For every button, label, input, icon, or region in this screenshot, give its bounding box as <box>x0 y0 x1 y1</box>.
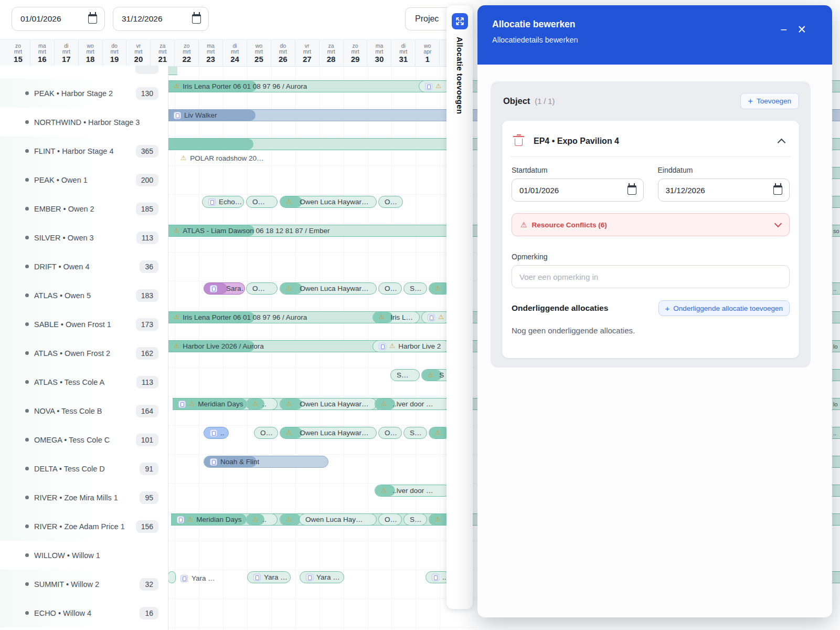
right-edge-sliver: so <box>832 225 840 237</box>
gantt-pill[interactable]: ⚠Owen Luca Haywar… <box>280 427 377 439</box>
resource-row[interactable]: ATLAS • Tess Cole A113 <box>0 368 168 396</box>
gantt-bar-label: S… <box>410 516 422 523</box>
gantt-pill[interactable]: O… <box>246 196 278 208</box>
gantt-bar-label: O… <box>385 429 397 437</box>
resource-label: DELTA • Tess Cole D <box>34 465 105 473</box>
calendar-icon[interactable] <box>628 185 636 195</box>
gantt-bar[interactable]: Liv Walker <box>168 109 477 121</box>
grid-line <box>168 512 477 512</box>
right-edge-sliver: .. <box>832 427 840 439</box>
gantt-bar[interactable]: Noah & Flint <box>204 456 328 468</box>
gantt-bar[interactable] <box>168 138 477 150</box>
gantt-pill[interactable]: O… <box>378 513 402 526</box>
resource-conflicts-banner[interactable]: ⚠ Resource Conflicts (6) <box>512 213 790 236</box>
resource-row[interactable]: WILLOW • Willow 1 <box>0 541 168 570</box>
resource-row[interactable]: SABLE • Owen Frost 1173 <box>0 310 168 339</box>
document-icon <box>208 198 216 206</box>
resource-row[interactable]: ATLAS • Owen 5183 <box>0 281 168 310</box>
resource-row[interactable]: ECHO • Willow 416 <box>0 598 168 627</box>
einddatum-input[interactable] <box>666 186 718 195</box>
gantt-bar-label: .. <box>262 516 267 523</box>
gantt-pill[interactable]: ⚠..lver door … <box>375 485 451 497</box>
gantt-pill[interactable]: O… <box>246 282 278 295</box>
gantt-pill[interactable]: Sara… <box>204 282 245 295</box>
resource-row[interactable]: RIVER • Zoe Mira Mills 195 <box>0 483 168 512</box>
collapse-chevron-icon[interactable] <box>778 139 786 147</box>
resource-row[interactable]: PEAK • Harbor Stage 2130 <box>0 79 168 108</box>
gantt-pill[interactable]: O… <box>378 282 402 295</box>
resource-label: ATLAS • Owen 5 <box>34 291 91 300</box>
right-edge-sliver: lo <box>832 398 840 410</box>
gantt-pill[interactable]: S… <box>390 369 420 381</box>
gantt-pill[interactable]: ⚠Iris L… <box>373 311 420 323</box>
sub-allocations-label: Onderliggende allocaties <box>512 303 608 313</box>
chevron-down-icon[interactable] <box>774 220 782 227</box>
resource-row[interactable]: ATLAS • Owen Frost 2162 <box>0 339 168 368</box>
gantt-bar-label: Iris Lena Porter 06 01 08 97 96 / Aurora <box>183 313 307 321</box>
gantt-bar[interactable]: ⚠ATLAS - Liam Dawson 06 18 12 81 87 / Em… <box>168 225 477 237</box>
gantt-pill[interactable]: S… <box>403 427 427 439</box>
resource-row[interactable]: FLINT • Harbor Stage 4365 <box>0 136 168 165</box>
gantt-pill[interactable]: ⚠.. <box>246 398 278 410</box>
resource-label: ATLAS • Tess Cole A <box>34 378 104 386</box>
resource-row[interactable]: PEAK • Owen 1200 <box>0 165 168 194</box>
gantt-bar-label: ATLAS - Liam Dawson 06 18 12 81 87 / Emb… <box>183 227 329 235</box>
gantt-pill[interactable]: ⚠..lver door … <box>375 398 451 410</box>
gantt-pill[interactable]: ⚠.. <box>246 513 278 526</box>
gantt-bar-label: S… <box>410 429 422 437</box>
gantt-pill[interactable]: ⚠Harbor Live 2 <box>373 340 450 352</box>
resource-label: PEAK • Owen 1 <box>34 176 88 184</box>
resource-row[interactable]: SUMMIT • Willow 232 <box>0 570 168 598</box>
add-sub-allocation-button[interactable]: + Onderliggende allocatie toevoegen <box>658 300 790 316</box>
gantt-pill[interactable]: O… <box>254 427 278 439</box>
gantt-bar-label: Liv Walker <box>184 111 217 119</box>
gantt-bar-label: ..lver door … <box>392 487 433 495</box>
warning-icon: ⚠ <box>174 227 179 234</box>
allocation-edit-modal: Allocatie bewerken Allocatiedetails bewe… <box>477 5 832 617</box>
resource-row[interactable]: NOVA • Tess Cole B164 <box>0 396 168 425</box>
grid-line <box>168 425 477 426</box>
opmerking-input[interactable] <box>512 265 790 288</box>
gantt-bar-label: Owen Luca Hay… <box>305 516 363 523</box>
add-object-button[interactable]: + Toevoegen <box>740 93 799 109</box>
resource-row[interactable]: EMBER • Owen 2185 <box>0 194 168 223</box>
gantt-pill[interactable]: .. <box>204 427 229 439</box>
gantt-pill[interactable]: ⚠Owen Luca Haywar… <box>280 398 377 410</box>
resource-row[interactable]: DRIFT • Owen 436 <box>0 252 168 281</box>
gantt-pill[interactable]: S… <box>403 282 427 295</box>
grid-line <box>168 223 477 224</box>
allocatie-toevoegen-tab[interactable]: Allocatie toevoegen <box>446 5 473 609</box>
gantt-pill[interactable] <box>168 571 176 583</box>
gantt-pill[interactable]: S… <box>403 513 427 526</box>
resource-row[interactable]: RIVER • Zoe Adam Price 1156 <box>0 512 168 541</box>
close-icon[interactable]: × <box>798 24 806 36</box>
warning-icon: ⚠ <box>428 372 433 379</box>
gantt-pill[interactable]: ⚠Owen Luca Haywar… <box>280 282 377 295</box>
gantt-pill[interactable]: ⚠ <box>280 513 301 526</box>
resource-count-badge: 91 <box>140 463 158 475</box>
tab-label: Allocatie toevoegen <box>455 37 464 114</box>
einddatum-field[interactable] <box>658 178 790 202</box>
gantt-pill[interactable]: Yara … <box>247 571 291 583</box>
trash-icon[interactable] <box>515 139 523 146</box>
resource-row[interactable]: SILVER • Owen 3113 <box>0 223 168 252</box>
gantt-pill[interactable]: Yara … <box>300 571 344 583</box>
document-icon <box>425 83 432 90</box>
minimize-button[interactable]: − <box>780 24 787 36</box>
resource-row[interactable]: NORTHWIND • Harbor Stage 3 <box>0 108 168 136</box>
expand-icon[interactable] <box>452 13 468 29</box>
gantt-pill[interactable]: Owen Luca Hay… <box>299 513 377 526</box>
gantt-pill[interactable]: O… <box>378 427 402 439</box>
calendar-icon[interactable] <box>773 185 782 195</box>
document-icon <box>253 574 261 581</box>
resource-row[interactable]: DELTA • Tess Cole D91 <box>0 454 168 483</box>
gantt-pill[interactable]: ⚠Owen Luca Haywar… <box>280 196 377 208</box>
resource-bullet-icon <box>25 351 29 355</box>
gantt-pill[interactable]: O… <box>378 196 403 208</box>
startdatum-input[interactable] <box>519 186 572 195</box>
startdatum-field[interactable] <box>512 178 644 202</box>
resource-row[interactable]: OMEGA • Tess Cole C101 <box>0 425 168 454</box>
gantt-pill[interactable]: Echo… <box>202 196 244 208</box>
gantt-bar-label: Meridian Days <box>198 400 243 408</box>
gantt-bar-label: .. <box>262 400 267 408</box>
